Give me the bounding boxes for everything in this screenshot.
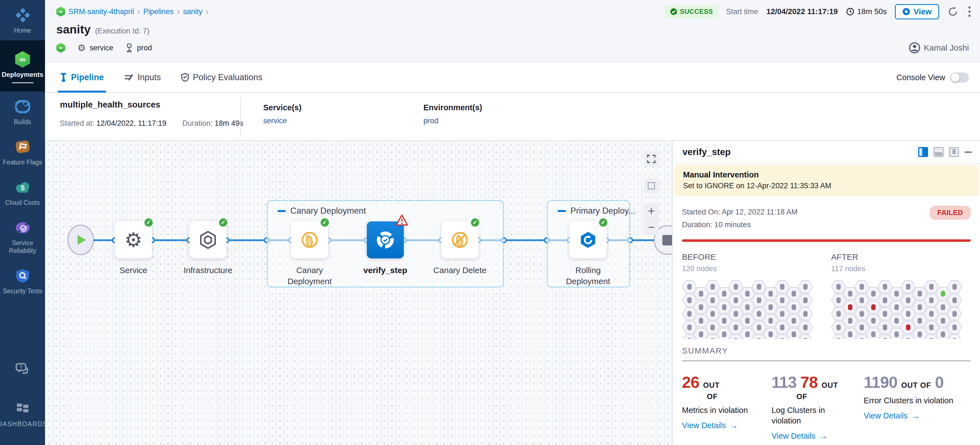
hex-node xyxy=(752,294,767,307)
hex-node xyxy=(924,294,939,307)
stat-label: Error Clusters in violation xyxy=(864,395,970,406)
hex-node-status-dot xyxy=(780,311,784,317)
step-duration: Duration: 10 minutes xyxy=(682,219,797,231)
hex-node xyxy=(682,321,697,334)
environment-link[interactable]: prod xyxy=(423,116,482,125)
layout-right-panel-button[interactable] xyxy=(918,147,928,157)
hex-node xyxy=(717,314,732,327)
hex-node xyxy=(682,280,697,293)
hex-node-status-dot xyxy=(803,297,808,303)
tab-inputs[interactable]: Inputs xyxy=(124,63,161,92)
help-button[interactable]: ? xyxy=(0,354,45,394)
hex-node xyxy=(831,307,846,321)
hex-node xyxy=(912,287,927,300)
node-canary-delete[interactable]: ✓ xyxy=(441,222,479,258)
hex-node-status-dot xyxy=(918,332,922,337)
hex-node-status-dot xyxy=(722,291,726,297)
sidebar-item-security-tests[interactable]: Security Tests xyxy=(0,261,45,301)
hex-node-status-dot xyxy=(710,311,715,317)
node-verify-step[interactable] xyxy=(367,222,404,258)
step-details-panel: verify_step Manual Intervention Set to I… xyxy=(672,141,980,445)
hex-node xyxy=(694,301,708,314)
hex-node-status-dot xyxy=(687,311,692,317)
hex-node-status-dot xyxy=(906,297,910,303)
node-service[interactable]: ⚙ ✓ xyxy=(115,222,152,258)
hex-node-status-dot xyxy=(952,338,957,339)
canvas-select-button[interactable] xyxy=(644,178,659,193)
hex-node-status-dot xyxy=(699,318,703,324)
node-label: Infrastructure xyxy=(178,265,239,276)
hex-node-status-dot xyxy=(859,338,864,339)
collapse-dash-icon[interactable] xyxy=(558,210,566,212)
summary-label: SUMMARY xyxy=(682,346,970,356)
svg-text:?: ? xyxy=(19,365,22,370)
refresh-icon[interactable] xyxy=(947,6,958,17)
view-details-link[interactable]: View Details→ xyxy=(772,431,854,441)
more-menu-button[interactable] xyxy=(967,5,972,19)
console-view-toggle[interactable] xyxy=(950,72,969,83)
execution-info-bar: multiple_health_sources Started at: 12/0… xyxy=(45,93,980,141)
status-badge: SUCCESS xyxy=(665,6,718,18)
view-button[interactable]: View xyxy=(895,4,939,19)
breadcrumb-project-link[interactable]: SRM-sanity-4thapril xyxy=(68,8,134,16)
hex-node xyxy=(947,280,962,293)
node-rolling-deployment[interactable]: ✓ xyxy=(570,222,606,258)
hex-node xyxy=(786,287,801,300)
active-tab-underline xyxy=(58,91,106,93)
pipeline-canvas[interactable]: Canary Deployment Primary Deploy... ⚙ ✓ xyxy=(45,141,672,445)
hex-node xyxy=(752,280,767,293)
hex-node-status-dot xyxy=(883,311,887,317)
hex-node-status-dot xyxy=(733,297,738,303)
service-link[interactable]: service xyxy=(263,116,302,125)
before-node-hexgrid xyxy=(682,280,814,339)
tab-pipeline[interactable]: Pipeline xyxy=(60,63,104,92)
hex-node-status-dot xyxy=(871,291,876,297)
success-check-icon: ✓ xyxy=(469,217,480,228)
panel-minimize-button[interactable] xyxy=(964,152,972,153)
sidebar-item-feature-flags[interactable]: Feature Flags xyxy=(0,132,45,172)
sidebar-item-home[interactable]: Home xyxy=(0,0,45,40)
hex-node xyxy=(924,280,939,293)
sidebar-item-dashboards[interactable]: DASHBOARDS xyxy=(0,394,45,434)
view-details-link[interactable]: View Details→ xyxy=(682,420,762,431)
hex-node-status-dot xyxy=(836,324,841,330)
hex-node-status-dot xyxy=(710,338,715,339)
before-node-count: 120 nodes xyxy=(682,265,813,273)
hex-node-status-dot xyxy=(780,324,784,330)
banner-subtitle: Set to IGNORE on 12-Apr-2022 11:35:33 AM xyxy=(683,182,969,190)
user-avatar-icon xyxy=(909,42,920,53)
warning-icon xyxy=(396,214,408,226)
view-details-link[interactable]: View Details→ xyxy=(864,411,970,421)
zoom-out-button[interactable]: − xyxy=(648,220,655,234)
sidebar-item-deployments[interactable]: ∞ Deployments xyxy=(0,40,45,91)
hex-node-status-dot xyxy=(941,291,945,297)
user-menu[interactable]: Kamal Joshi xyxy=(909,42,972,53)
sidebar-item-builds[interactable]: Builds xyxy=(0,91,45,132)
node-canary-deployment[interactable]: ✓ xyxy=(291,222,328,258)
sidebar-item-cloud-costs[interactable]: $ Cloud Costs xyxy=(0,172,45,212)
layout-bottom-panel-button[interactable] xyxy=(934,147,943,157)
breadcrumb-pipelines-link[interactable]: Pipelines xyxy=(143,8,174,16)
hex-node xyxy=(866,287,881,300)
tab-policy-evaluations[interactable]: Policy Evaluations xyxy=(181,63,262,92)
breadcrumb-pipeline-link[interactable]: sanity xyxy=(183,8,203,16)
canvas-fullscreen-button[interactable] xyxy=(644,152,659,166)
hex-node-status-dot xyxy=(929,284,934,290)
hex-node-status-dot xyxy=(757,338,761,339)
hex-node xyxy=(947,294,962,307)
hex-node xyxy=(717,287,732,300)
zoom-in-button[interactable]: + xyxy=(648,204,655,218)
hex-node-status-dot xyxy=(859,284,864,290)
sidebar-item-service-reliability[interactable]: Service Reliability xyxy=(0,212,45,261)
collapse-dash-icon[interactable] xyxy=(278,210,286,212)
hex-node-status-dot xyxy=(710,284,715,290)
hex-node xyxy=(705,280,720,293)
run-duration: Duration: 18m 49s xyxy=(182,119,243,128)
after-column: AFTER 117 nodes xyxy=(831,252,962,339)
node-infrastructure[interactable]: ✓ xyxy=(189,222,226,258)
hex-node-status-dot xyxy=(941,318,945,324)
hex-node-status-dot xyxy=(780,297,784,303)
summary-divider xyxy=(682,360,970,361)
summary-stat: 11378OUTOFLog Clusters in violationView … xyxy=(772,373,854,441)
layout-minimized-panel-button[interactable] xyxy=(949,147,959,157)
